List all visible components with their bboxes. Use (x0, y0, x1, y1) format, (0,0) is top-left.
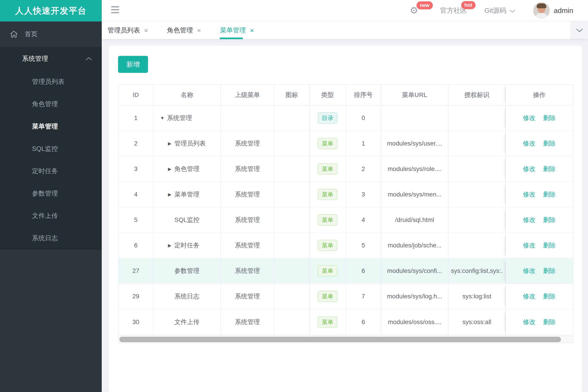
type-badge: 菜单 (318, 163, 337, 174)
git-source-dropdown[interactable]: Git源码 (484, 6, 515, 15)
tab-管理员列表[interactable]: 管理员列表× (108, 22, 148, 39)
username-label[interactable]: admin (554, 6, 573, 15)
cell-id: 30 (119, 309, 154, 335)
tab-list: 管理员列表×角色管理×菜单管理× (108, 22, 273, 39)
menu-name-label: 定时任务 (174, 241, 199, 250)
tab-角色管理[interactable]: 角色管理× (167, 22, 201, 39)
expand-arrow-icon[interactable]: ▶ (167, 141, 173, 146)
edit-link[interactable]: 修改 (523, 190, 535, 199)
type-badge: 菜单 (318, 316, 337, 328)
expand-arrow-icon[interactable]: ▶ (167, 166, 173, 172)
app-logo[interactable]: 人人快速开发平台 (0, 0, 102, 22)
edit-link[interactable]: 修改 (523, 114, 535, 122)
cell-url (381, 106, 448, 131)
cell-actions: 修改删除 (506, 233, 573, 258)
sidebar-home-label: 首页 (25, 30, 38, 39)
cell-icon (274, 258, 310, 284)
delete-link[interactable]: 删除 (543, 292, 555, 300)
cell-order: 1 (346, 131, 381, 156)
tab-close-icon[interactable]: × (197, 27, 201, 34)
cell-type: 菜单 (310, 233, 346, 258)
delete-link[interactable]: 删除 (543, 266, 555, 275)
delete-link[interactable]: 删除 (543, 318, 555, 326)
delete-link[interactable]: 删除 (543, 216, 555, 224)
tab-list-dropdown-button[interactable] (570, 22, 588, 39)
add-button[interactable]: 新增 (118, 56, 148, 73)
cell-id: 1 (119, 106, 154, 131)
cell-name: ▶文件上传 (154, 309, 221, 335)
table-row: 30▶文件上传系统管理菜单6modules/oss/oss....sys:oss… (119, 309, 573, 335)
cell-id: 6 (119, 233, 154, 258)
expand-arrow-icon[interactable]: ▶ (167, 192, 173, 197)
sidebar-item-菜单管理[interactable]: 菜单管理 (0, 115, 102, 138)
sidebar-toggle-button[interactable] (111, 6, 119, 15)
cell-order: 6 (346, 309, 381, 335)
settings-button[interactable]: ⚙ new (410, 6, 418, 15)
tab-close-icon[interactable]: × (144, 27, 148, 34)
cell-id: 29 (119, 284, 154, 309)
cell-icon (274, 131, 310, 156)
delete-link[interactable]: 删除 (543, 114, 555, 122)
sidebar-item-home[interactable]: 首页 (0, 22, 102, 47)
delete-link[interactable]: 删除 (543, 190, 555, 199)
cell-icon (274, 156, 310, 182)
type-badge: 菜单 (318, 189, 337, 200)
sidebar-group-system: 系统管理 管理员列表角色管理菜单管理SQL监控定时任务参数管理文件上传系统日志 (0, 47, 102, 250)
cell-id: 2 (119, 131, 154, 156)
edit-link[interactable]: 修改 (523, 266, 535, 275)
git-source-label: Git源码 (484, 6, 506, 15)
cell-name: ▶参数管理 (154, 258, 221, 284)
cell-perm: sys:config:list,sys:. (448, 258, 506, 284)
table-row: 3▶角色管理系统管理菜单2modules/sys/role....修改删除 (119, 156, 573, 182)
edit-link[interactable]: 修改 (523, 292, 535, 300)
cell-name: ▼系统管理 (154, 106, 221, 131)
horizontal-scrollbar-track[interactable] (118, 336, 573, 343)
sidebar-item-文件上传[interactable]: 文件上传 (0, 205, 102, 227)
cell-actions: 修改删除 (506, 309, 573, 335)
expand-arrow-icon[interactable]: ▼ (159, 116, 165, 121)
cell-actions: 修改删除 (506, 182, 573, 208)
new-badge: new (416, 1, 433, 10)
cell-parent: 系统管理 (221, 284, 274, 309)
sidebar-item-角色管理[interactable]: 角色管理 (0, 93, 102, 115)
tab-label: 角色管理 (167, 26, 193, 35)
sidebar-item-参数管理[interactable]: 参数管理 (0, 182, 102, 205)
cell-actions: 修改删除 (506, 131, 573, 156)
cell-url: modules/job/sche... (381, 233, 448, 258)
type-badge: 菜单 (318, 214, 337, 226)
delete-link[interactable]: 删除 (543, 165, 555, 173)
menu-name-label: 菜单管理 (174, 190, 199, 199)
edit-link[interactable]: 修改 (523, 318, 535, 326)
sidebar-item-系统日志[interactable]: 系统日志 (0, 227, 102, 250)
sidebar-group-label: 系统管理 (22, 54, 48, 63)
column-header: 排序号 (346, 85, 381, 106)
sidebar-group-header[interactable]: 系统管理 (0, 47, 102, 70)
cell-url: modules/sys/role.... (381, 156, 448, 182)
tab-close-icon[interactable]: × (250, 27, 254, 34)
horizontal-scrollbar-thumb[interactable] (119, 337, 561, 342)
delete-link[interactable]: 删除 (543, 139, 555, 148)
cell-url: modules/sys/men... (381, 182, 448, 208)
sidebar-item-SQL监控[interactable]: SQL监控 (0, 138, 102, 160)
edit-link[interactable]: 修改 (523, 139, 535, 148)
expand-arrow-icon[interactable]: ▶ (167, 243, 173, 248)
cell-name: ▶SQL监控 (154, 208, 221, 233)
menu-name-label: SQL监控 (174, 216, 199, 224)
tab-label: 菜单管理 (220, 26, 246, 35)
cell-type: 菜单 (310, 156, 346, 182)
edit-link[interactable]: 修改 (523, 216, 535, 224)
tab-bar: 管理员列表×角色管理×菜单管理× (102, 22, 588, 39)
edit-link[interactable]: 修改 (523, 241, 535, 250)
community-link[interactable]: 官方社区 hot (440, 6, 467, 15)
cell-icon (274, 284, 310, 309)
edit-link[interactable]: 修改 (523, 165, 535, 173)
sidebar-item-管理员列表[interactable]: 管理员列表 (0, 70, 102, 93)
column-header: 操作 (506, 85, 573, 106)
menu-name-label: 角色管理 (174, 165, 199, 173)
user-avatar[interactable] (533, 2, 550, 19)
tab-菜单管理[interactable]: 菜单管理× (220, 22, 254, 39)
sidebar-item-定时任务[interactable]: 定时任务 (0, 160, 102, 182)
top-header: ⚙ new 官方社区 hot Git源码 admin (102, 0, 588, 22)
column-header: 类型 (310, 85, 346, 106)
delete-link[interactable]: 删除 (543, 241, 555, 250)
